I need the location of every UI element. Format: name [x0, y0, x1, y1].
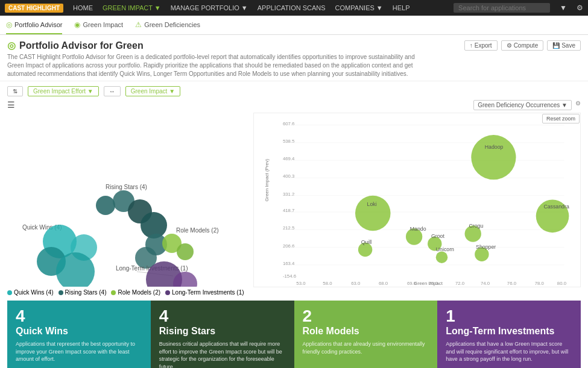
settings-scatter-icon[interactable]: ⚙: [575, 100, 581, 110]
page-title: ◎ Portfolio Advisor for Green: [7, 40, 144, 51]
svg-text:Quill: Quill: [361, 239, 372, 245]
legend-role-models: Role Models (2): [111, 289, 160, 296]
save-icon: 💾: [552, 42, 560, 49]
role-models-title: Role Models: [303, 326, 429, 337]
cards-row: 4 Quick Wins Applications that represent…: [7, 301, 581, 368]
nav-companies[interactable]: COMPANIES ▼: [335, 4, 383, 11]
card-quick-wins: 4 Quick Wins Applications that represent…: [7, 301, 151, 368]
deficiency-selector[interactable]: Green Deficiency Occurrences ▼: [473, 100, 572, 110]
compute-button[interactable]: ⚙ Compute: [501, 40, 544, 51]
quick-wins-title: Quick Wins: [16, 326, 142, 337]
svg-text:53.0: 53.0: [296, 281, 306, 286]
top-nav: CAST HIGHLIGHT HOME GREEN IMPACT ▼ MANAG…: [0, 0, 588, 16]
svg-text:418.7: 418.7: [283, 208, 295, 213]
svg-point-14: [177, 243, 194, 260]
portfolio-icon: ◎: [6, 20, 12, 29]
role-models-desc: Applications that are already using envi…: [303, 340, 429, 355]
svg-text:Shopper: Shopper: [476, 244, 496, 250]
nav-application-scans[interactable]: APPLICATION SCANS: [258, 4, 326, 11]
long-term-desc: Applications that have a low Green Impac…: [446, 340, 572, 363]
tab-green-impact[interactable]: ◉ Green Impact: [74, 16, 123, 34]
legend-rising-stars: Rising Stars (4): [58, 289, 107, 296]
long-term-number: 1: [446, 308, 572, 325]
svg-text:Hadoop: Hadoop: [485, 144, 504, 150]
bubble-chart: Quick Wins (4) Rising Stars (4): [7, 112, 248, 287]
svg-text:538.5: 538.5: [283, 139, 295, 144]
impact-selector[interactable]: Green Impact ▼: [125, 86, 180, 96]
svg-text:68.0: 68.0: [379, 281, 388, 286]
tab-portfolio-advisor[interactable]: ◎ Portfolio Advisor: [6, 16, 62, 34]
page-actions: ↑ Export ⚙ Compute 💾 Save: [464, 40, 581, 51]
svg-text:Green Impact: Green Impact: [414, 281, 443, 286]
svg-text:206.6: 206.6: [283, 243, 295, 249]
svg-text:-154.6: -154.6: [283, 273, 296, 279]
deficiency-icon: ⚠: [135, 20, 142, 29]
svg-text:74.0: 74.0: [481, 281, 490, 286]
main-content: ⇅ Green Impact Effort ▼ ↔ Green Impact ▼…: [0, 81, 588, 368]
svg-text:Groot: Groot: [431, 233, 444, 239]
effort-selector[interactable]: Green Impact Effort ▼: [28, 86, 99, 96]
svg-text:469.4: 469.4: [283, 156, 295, 161]
svg-text:331.2: 331.2: [283, 192, 295, 197]
quick-wins-number: 4: [16, 308, 142, 325]
sub-nav: ◎ Portfolio Advisor ◉ Green Impact ⚠ Gre…: [0, 16, 588, 35]
svg-text:163.4: 163.4: [283, 261, 295, 266]
tab-green-deficiencies[interactable]: ⚠ Green Deficiencies: [135, 16, 200, 34]
nav-manage-portfolio[interactable]: MANAGE PORTFOLIO ▼: [171, 4, 248, 11]
page-title-icon: ◎: [7, 40, 16, 51]
role-models-number: 2: [303, 308, 429, 325]
svg-text:72.0: 72.0: [455, 281, 465, 286]
svg-text:63.0: 63.0: [351, 281, 361, 286]
page-header: ◎ Portfolio Advisor for Green ↑ Export ⚙…: [0, 35, 588, 81]
long-term-title: Long-Term Investments: [446, 326, 572, 337]
scatter-controls: Green Deficiency Occurrences ▼ ⚙: [253, 100, 581, 110]
nav-logo: CAST HIGHLIGHT: [5, 4, 63, 13]
nav-help[interactable]: HELP: [393, 4, 410, 11]
filter-icon[interactable]: ▼: [560, 4, 567, 12]
svg-text:Role Models (2): Role Models (2): [176, 227, 219, 234]
rising-stars-number: 4: [159, 308, 286, 325]
charts-area: ☰ Quick Wins (4) Rising Stars (4): [7, 100, 581, 296]
swap-button[interactable]: ↔: [104, 86, 121, 96]
svg-text:Unicorn: Unicorn: [436, 246, 454, 252]
card-rising-stars: 4 Rising Stars Business critical applica…: [151, 301, 294, 368]
green-impact-icon: ◉: [74, 20, 80, 29]
menu-icon[interactable]: ☰: [7, 100, 15, 110]
nav-home[interactable]: HOME: [73, 4, 93, 11]
compute-icon: ⚙: [507, 42, 512, 49]
card-long-term: 1 Long-Term Investments Applications tha…: [437, 301, 581, 368]
svg-text:607.6: 607.6: [283, 121, 295, 126]
svg-text:212.5: 212.5: [283, 225, 295, 231]
svg-text:76.0: 76.0: [507, 281, 517, 286]
svg-text:Crogu: Crogu: [469, 223, 483, 229]
svg-text:80.0: 80.0: [557, 281, 567, 286]
svg-text:Green Impact (Prev): Green Impact (Prev): [264, 158, 270, 201]
svg-text:Mando: Mando: [410, 226, 426, 232]
svg-point-6: [96, 196, 115, 215]
svg-point-50: [471, 135, 516, 179]
svg-text:58.0: 58.0: [323, 281, 332, 286]
chart-controls: ⇅ Green Impact Effort ▼ ↔ Green Impact ▼: [7, 86, 581, 96]
bubble-chart-container: ☰ Quick Wins (4) Rising Stars (4): [7, 100, 248, 296]
svg-text:78.0: 78.0: [535, 281, 545, 286]
svg-text:Cassandra: Cassandra: [543, 204, 569, 210]
svg-point-62: [436, 251, 448, 263]
axis-swap-icon[interactable]: ⇅: [7, 86, 23, 96]
scatter-chart: 607.6 538.5 469.4 400.3 331.2 418.7 212.…: [253, 113, 581, 287]
rising-stars-title: Rising Stars: [159, 326, 286, 337]
settings-icon[interactable]: ⚙: [577, 4, 583, 12]
svg-text:400.3: 400.3: [283, 173, 295, 179]
nav-green-impact[interactable]: GREEN IMPACT ▼: [103, 4, 161, 11]
rising-stars-desc: Business critical applications that will…: [159, 340, 286, 368]
page-description: The CAST Highlight Portfolio Advisor for…: [7, 53, 429, 78]
svg-text:Rising Stars (4): Rising Stars (4): [106, 184, 147, 190]
search-input[interactable]: [454, 3, 550, 13]
svg-text:Loki: Loki: [367, 201, 377, 207]
scatter-chart-container: Green Deficiency Occurrences ▼ ⚙ Reset z…: [253, 100, 581, 296]
export-icon: ↑: [470, 42, 473, 49]
legend-quick-wins: Quick Wins (4): [7, 289, 54, 296]
card-role-models: 2 Role Models Applications that are alre…: [294, 301, 438, 368]
save-button[interactable]: 💾 Save: [547, 40, 581, 51]
reset-zoom-button[interactable]: Reset zoom: [542, 114, 580, 123]
export-button[interactable]: ↑ Export: [464, 40, 498, 51]
